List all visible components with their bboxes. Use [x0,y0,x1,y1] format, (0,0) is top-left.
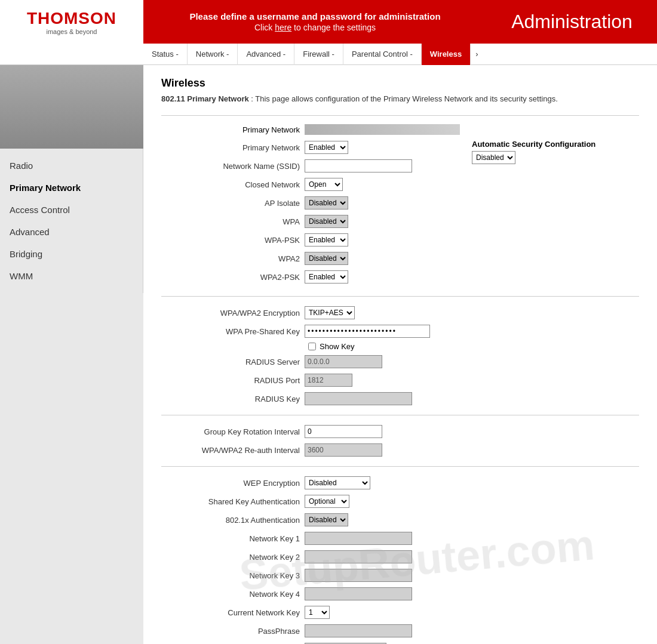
administration-title: Administration [511,11,633,33]
alert-link[interactable]: here [275,23,291,32]
content-area: Wireless 802.11 Primary Network : This p… [143,65,657,644]
passphrase-input[interactable] [305,624,412,637]
wep-encryption-label: WEP Encryption [161,479,305,488]
nav-more-arrow[interactable]: › [471,44,483,65]
person-placeholder [0,65,143,149]
sidebar-item-primary-network[interactable]: Primary Network [0,177,143,199]
logo-text: THOMSON [27,9,116,28]
current-network-key-label: Current Network Key [161,608,305,617]
alert-line2: Click here to change the settings [254,23,376,32]
logo-subtext: images & beyond [46,28,97,35]
radius-server-input[interactable] [305,355,382,368]
network-key3-control [305,569,412,582]
nav-wireless[interactable]: Wireless [422,44,471,65]
ap-isolate-label: AP Isolate [161,199,305,208]
wpa2-label: WPA2 [161,254,305,263]
network-key3-label: Network Key 3 [161,571,305,580]
network-key1-input[interactable] [305,532,412,545]
auto-security-select[interactable]: Disabled Enabled [472,151,515,164]
wpa-encryption-select[interactable]: TKIP+AES TKIP AES [305,306,355,319]
shared-key-control: Optional Required [305,495,349,508]
col-right: Automatic Security Configuration Disable… [472,140,639,164]
page-title: Wireless [161,77,639,90]
ap-isolate-row: AP Isolate Disabled Enabled [161,195,460,211]
alert-line1: Please define a username and password fo… [189,11,440,21]
alert-suffix: to change the settings [291,23,376,32]
sidebar-item-advanced[interactable]: Advanced [0,221,143,243]
sidebar-item-wmm[interactable]: WMM [0,265,143,287]
wpa2-psk-label: WPA2-PSK [161,273,305,282]
show-key-checkbox[interactable] [308,343,316,350]
navbar: Status - Network - Advanced - Firewall -… [0,44,657,65]
primary-network-control: Enabled Disabled [305,141,348,154]
wpa2-select[interactable]: Disabled Enabled [305,252,348,265]
radius-server-label: RADIUS Server [161,358,305,366]
passphrase-label: PassPhrase [161,627,305,636]
reauth-input[interactable] [305,443,382,457]
passphrase-control [305,624,412,637]
closed-network-select[interactable]: Open Closed [305,178,343,191]
wpa-encryption-control: TKIP+AES TKIP AES [305,306,355,319]
dot1x-select[interactable]: Disabled Enabled [305,513,348,526]
network-key4-label: Network Key 4 [161,590,305,599]
dot1x-control: Disabled Enabled [305,513,348,526]
network-key2-input[interactable] [305,550,412,563]
reauth-row: WPA/WPA2 Re-auth Interval [161,442,639,458]
sidebar-item-radio[interactable]: Radio [0,155,143,177]
shared-key-label: Shared Key Authentication [161,497,305,506]
nav-parental-control[interactable]: Parental Control - [343,44,422,65]
wpa-psk-select[interactable]: Enabled Disabled [305,233,348,246]
radius-port-label: RADIUS Port [161,376,305,385]
primary-network-label: Primary Network [161,143,305,152]
radius-key-row: RADIUS Key [161,391,639,406]
show-key-row: Show Key [308,342,639,351]
logo-area: THOMSON images & beyond [0,0,143,44]
nav-status[interactable]: Status - [143,44,188,65]
group-key-control [305,425,382,438]
current-network-key-select[interactable]: 1 2 3 4 [305,606,330,619]
sidebar-item-bridging[interactable]: Bridging [0,243,143,265]
nav-network[interactable]: Network - [188,44,238,65]
wpa-select[interactable]: Disabled Enabled [305,215,348,228]
shared-key-select[interactable]: Optional Required [305,495,349,508]
primary-network-select[interactable]: Enabled Disabled [305,141,348,154]
ap-isolate-select[interactable]: Disabled Enabled [305,196,348,209]
network-key3-input[interactable] [305,569,412,582]
radius-key-input[interactable] [305,392,412,405]
network-name-input[interactable] [305,159,412,172]
current-network-key-row: Current Network Key 1 2 3 4 [161,605,639,620]
wpa2-psk-select[interactable]: Enabled Disabled [305,270,348,284]
wpa-control: Disabled Enabled [305,215,348,228]
network-key3-row: Network Key 3 [161,568,639,583]
radius-port-control [305,374,352,387]
wpa-preshared-label: WPA Pre-Shared Key [161,327,305,336]
show-key-label: Show Key [320,342,355,351]
auto-security-label: Automatic Security Configuration [472,140,639,149]
radius-port-input[interactable] [305,374,352,387]
sidebar-item-access-control[interactable]: Access Control [0,199,143,221]
current-network-key-control: 1 2 3 4 [305,606,330,619]
wpa-psk-control: Enabled Disabled [305,233,348,246]
closed-network-label: Closed Network [161,180,305,189]
wpa-preshared-input[interactable] [305,325,430,338]
group-key-input[interactable] [305,425,382,438]
wpa-preshared-control [305,325,430,338]
wpa-encryption-label: WPA/WPA2 Encryption [161,309,305,318]
dot1x-label: 802.1x Authentication [161,516,305,525]
nav-advanced[interactable]: Advanced - [238,44,294,65]
radius-server-row: RADIUS Server [161,354,639,369]
wep-encryption-select[interactable]: Disabled Enabled [305,476,370,489]
dot1x-row: 802.1x Authentication Disabled Enabled [161,512,639,528]
network-key2-label: Network Key 2 [161,553,305,562]
wpa-row: WPA Disabled Enabled [161,214,460,229]
radius-key-label: RADIUS Key [161,395,305,403]
nav-firewall[interactable]: Firewall - [294,44,343,65]
primary-network-banner-label: Primary Network [161,125,305,134]
network-key4-input[interactable] [305,587,412,600]
radius-key-control [305,392,412,405]
network-key2-control [305,550,412,563]
wep-encryption-row: WEP Encryption Disabled Enabled [161,475,639,491]
wpa2-row: WPA2 Disabled Enabled [161,251,460,266]
passphrase-row: PassPhrase [161,623,639,639]
network-key1-control [305,532,412,545]
